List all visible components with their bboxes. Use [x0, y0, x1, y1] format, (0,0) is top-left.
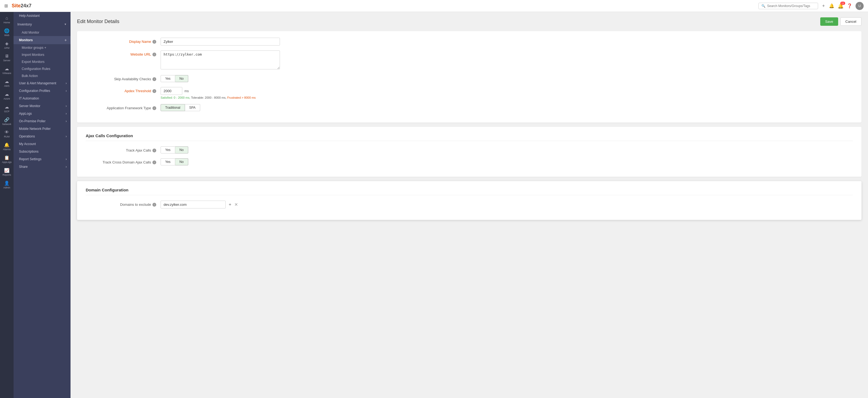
- nav-rum[interactable]: 👁 RUM: [0, 128, 13, 140]
- nav-aws[interactable]: ☁ AWS: [0, 77, 13, 89]
- bell-icon[interactable]: 🔔: [829, 3, 834, 8]
- nav-gcp[interactable]: ☁ GCP: [0, 103, 13, 114]
- skip-availability-no-btn[interactable]: No: [175, 75, 188, 82]
- framework-traditional-btn[interactable]: Traditional: [161, 104, 185, 111]
- domains-add-button[interactable]: ＋: [228, 202, 232, 207]
- domains-exclude-control: ＋ ✕: [161, 201, 280, 208]
- track-ajax-info-icon[interactable]: i: [152, 148, 156, 153]
- monitor-groups-plus-icon[interactable]: +: [44, 46, 46, 49]
- topbar: ⊞ Site24x7 🔍 ＋ 🔔 🔔 11 ❓ U: [0, 0, 868, 12]
- nav-azure[interactable]: ☁ Azure: [0, 90, 13, 102]
- sidebar-item-monitor-groups[interactable]: Monitor groups +: [13, 44, 70, 51]
- domains-exclude-label: Domains to exclude i: [86, 201, 156, 207]
- nav-network[interactable]: 🔗 Network: [0, 115, 13, 127]
- sidebar-item-configuration-rules[interactable]: Configuration Rules: [13, 65, 70, 72]
- domains-exclude-info-icon[interactable]: i: [152, 203, 156, 207]
- sidebar-item-my-account[interactable]: My Account: [13, 140, 70, 148]
- apdex-info-icon[interactable]: i: [152, 89, 156, 93]
- user-alert-chevron-icon: ›: [66, 81, 67, 85]
- sidebar-item-server-monitor[interactable]: Server Monitor ›: [13, 102, 70, 110]
- website-url-info-icon[interactable]: i: [152, 53, 156, 56]
- apdex-threshold-inputs: ms: [161, 87, 280, 95]
- network-icon: 🔗: [4, 117, 9, 122]
- nav-server[interactable]: 🖥 Server: [0, 52, 13, 63]
- config-profiles-chevron-icon: ›: [66, 89, 67, 93]
- sidebar-item-configuration-profiles[interactable]: Configuration Profiles ›: [13, 87, 70, 95]
- sidebar-inventory-header[interactable]: Inventory ▼: [13, 20, 70, 29]
- report-settings-chevron-icon: ›: [66, 157, 67, 161]
- track-ajax-yes-btn[interactable]: Yes: [161, 146, 175, 154]
- app-framework-info-icon[interactable]: i: [152, 106, 156, 110]
- domains-exclude-input[interactable]: [161, 201, 226, 208]
- sidebar-item-export-monitors[interactable]: Export Monitors: [13, 58, 70, 65]
- nav-reports[interactable]: 📈 Reports: [0, 166, 13, 178]
- skip-availability-control: Yes No: [161, 75, 280, 82]
- track-cross-domain-info-icon[interactable]: i: [152, 161, 156, 164]
- server-icon: 🖥: [5, 54, 9, 59]
- user-avatar[interactable]: U: [856, 2, 864, 10]
- website-url-row: Website URL i: [86, 51, 853, 70]
- applogs-icon: 📋: [4, 155, 9, 160]
- sidebar-item-add-monitor[interactable]: Add Monitor: [13, 29, 70, 36]
- skip-availability-info-icon[interactable]: i: [152, 77, 156, 81]
- track-cross-domain-toggle: Yes No: [161, 158, 280, 165]
- sidebar-item-subscriptions[interactable]: Subscriptions: [13, 148, 70, 155]
- track-cross-domain-yes-btn[interactable]: Yes: [161, 158, 175, 165]
- rum-icon: 👁: [5, 130, 9, 135]
- track-cross-domain-label: Track Cross Domain Ajax Calls i: [86, 158, 156, 164]
- apdex-threshold-control: ms Satisfied: 0 - 2000 ms, Tolerable: 20…: [161, 87, 280, 99]
- track-cross-domain-no-btn[interactable]: No: [175, 158, 188, 165]
- domain-section: Domain Configuration Domains to exclude …: [77, 181, 862, 220]
- grid-icon[interactable]: ⊞: [4, 3, 8, 8]
- web-icon: 🌐: [4, 28, 9, 33]
- nav-home[interactable]: ⌂ Home: [0, 14, 13, 26]
- apdex-value-input[interactable]: [161, 87, 182, 95]
- sidebar-item-operations[interactable]: Operations ›: [13, 133, 70, 140]
- track-ajax-no-btn[interactable]: No: [175, 146, 188, 154]
- sidebar-item-on-premise-poller[interactable]: On-Premise Poller ›: [13, 118, 70, 125]
- chevron-down-icon: ▼: [64, 23, 67, 26]
- nav-admin[interactable]: 👤 Admin: [0, 179, 13, 191]
- sidebar-item-applogs[interactable]: AppLogs ›: [13, 110, 70, 118]
- display-name-info-icon[interactable]: i: [152, 40, 156, 44]
- nav-apm[interactable]: ◈ APM: [0, 39, 13, 51]
- search-input[interactable]: [767, 4, 815, 8]
- track-ajax-toggle: Yes No: [161, 146, 280, 154]
- skip-availability-yes-btn[interactable]: Yes: [161, 75, 175, 82]
- help-icon[interactable]: ❓: [847, 3, 852, 8]
- sidebar-item-share[interactable]: Share ›: [13, 163, 70, 170]
- sidebar-item-help-assistant[interactable]: Help Assistant: [13, 12, 70, 20]
- applogs-chevron-icon: ›: [66, 112, 67, 115]
- website-url-label: Website URL i: [86, 51, 156, 56]
- search-bar[interactable]: 🔍: [758, 3, 818, 9]
- display-name-input[interactable]: [161, 38, 280, 45]
- domains-remove-button[interactable]: ✕: [235, 202, 238, 207]
- site24x7-logo: Site24x7: [12, 3, 31, 9]
- on-premise-chevron-icon: ›: [66, 119, 67, 123]
- nav-web[interactable]: 🌐 Web: [0, 27, 13, 38]
- sidebar-item-user-alert-management[interactable]: User & Alert Management ›: [13, 79, 70, 87]
- add-icon[interactable]: ＋: [822, 3, 826, 9]
- notification-count: 11: [840, 2, 845, 5]
- reports-icon: 📈: [4, 168, 9, 173]
- sidebar-item-mobile-network-poller[interactable]: Mobile Network Poller: [13, 125, 70, 133]
- sidebar: Help Assistant Inventory ▼ Add Monitor M…: [13, 12, 70, 398]
- cancel-button[interactable]: Cancel: [840, 18, 862, 26]
- track-cross-domain-row: Track Cross Domain Ajax Calls i Yes No: [86, 158, 853, 165]
- website-url-input[interactable]: [161, 51, 280, 69]
- framework-spa-btn[interactable]: SPA: [185, 104, 200, 111]
- save-button[interactable]: Save: [820, 18, 838, 26]
- sidebar-item-monitors[interactable]: Monitors +: [13, 36, 70, 44]
- gcp-icon: ☁: [5, 104, 9, 109]
- sidebar-item-import-monitors[interactable]: Import Monitors: [13, 51, 70, 58]
- sidebar-item-report-settings[interactable]: Report Settings ›: [13, 155, 70, 163]
- nav-vmware[interactable]: ☁ VMware: [0, 65, 13, 76]
- nav-alarms[interactable]: 🔔 Alarms: [0, 141, 13, 153]
- sidebar-item-bulk-action[interactable]: Bulk Action: [13, 72, 70, 79]
- nav-applogs[interactable]: 📋 AppLogs: [0, 154, 13, 165]
- display-name-label: Display Name i: [86, 38, 156, 44]
- notification-badge-icon[interactable]: 🔔 11: [838, 3, 844, 9]
- sidebar-item-it-automation[interactable]: IT Automation: [13, 95, 70, 102]
- plus-icon[interactable]: +: [65, 38, 67, 42]
- alarms-icon: 🔔: [4, 142, 9, 147]
